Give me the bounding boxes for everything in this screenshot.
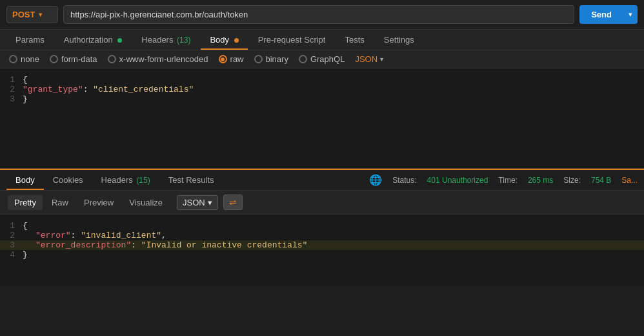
req-line-1: 1 { (0, 75, 644, 85)
send-button-wrapper: Send ▾ (579, 5, 638, 24)
tab-settings[interactable]: Settings (375, 30, 423, 50)
time-value: 265 ms (528, 176, 553, 185)
req-line-2: 2 "grant_type": "client_credentials" (0, 85, 644, 94)
resp-line-2: 2 "error": "invalid_client", (0, 231, 644, 240)
tab-headers[interactable]: Headers (13) (132, 30, 199, 50)
json-dropdown-arrow-icon: ▾ (380, 56, 383, 63)
response-code-viewer: 1 { 2 "error": "invalid_client", 3 "erro… (0, 215, 644, 286)
resp-line-3: 3 "error_description": "Invalid or inact… (0, 240, 644, 250)
status-value: 401 Unauthorized (427, 176, 488, 185)
resp-tab-headers[interactable]: Headers (15) (92, 170, 159, 190)
resp-format-raw[interactable]: Raw (45, 195, 75, 210)
url-input[interactable] (63, 5, 574, 24)
json-format-dropdown[interactable]: JSON ▾ (355, 54, 383, 64)
radio-none (9, 55, 17, 63)
wrap-button[interactable]: ⇌ (223, 194, 243, 210)
resp-line-1: 1 { (0, 221, 644, 231)
resp-format-pretty[interactable]: Pretty (8, 195, 43, 210)
tab-body[interactable]: Body (201, 30, 247, 50)
resp-json-dropdown-arrow-icon: ▾ (208, 198, 212, 207)
resp-format-preview[interactable]: Preview (77, 195, 120, 210)
body-dot (234, 38, 239, 43)
body-type-form-data[interactable]: form-data (50, 54, 97, 64)
method-dropdown-arrow-icon: ▾ (39, 11, 42, 18)
req-line-3: 3 } (0, 94, 644, 104)
resp-json-selector[interactable]: JSON ▾ (177, 195, 218, 210)
response-status-bar: 🌐 Status: 401 Unauthorized Time: 265 ms … (369, 171, 638, 189)
headers-badge: (13) (177, 36, 190, 45)
request-tabs: Params Authorization Headers (13) Body P… (0, 30, 644, 50)
tab-params[interactable]: Params (6, 30, 54, 50)
response-tabs-bar: Body Cookies Headers (15) Test Results 🌐… (0, 169, 644, 191)
authorization-dot (117, 38, 122, 43)
resp-headers-badge: (15) (136, 176, 150, 185)
resp-line-4: 4 } (0, 250, 644, 260)
radio-graphql (299, 55, 307, 63)
method-label: POST (12, 10, 35, 19)
save-label: Sa... (621, 176, 638, 185)
tab-pre-request[interactable]: Pre-request Script (249, 30, 335, 50)
response-format-bar: Pretty Raw Preview Visualize JSON ▾ ⇌ (0, 191, 644, 215)
send-dropdown-button[interactable]: ▾ (623, 5, 638, 24)
method-selector[interactable]: POST ▾ (6, 6, 58, 23)
body-type-raw[interactable]: raw (219, 54, 244, 64)
top-bar: POST ▾ Send ▾ (0, 0, 644, 30)
resp-tab-cookies[interactable]: Cookies (44, 170, 92, 190)
resp-format-visualize[interactable]: Visualize (123, 195, 169, 210)
tab-tests[interactable]: Tests (336, 30, 373, 50)
body-type-none[interactable]: none (9, 54, 39, 64)
body-type-bar: none form-data x-www-form-urlencoded raw… (0, 50, 644, 68)
radio-form-data (50, 55, 58, 63)
body-type-urlencoded[interactable]: x-www-form-urlencoded (108, 54, 208, 64)
radio-binary (254, 55, 263, 63)
resp-tab-test-results[interactable]: Test Results (159, 170, 223, 190)
globe-icon: 🌐 (369, 174, 382, 186)
radio-raw (219, 55, 227, 63)
tab-authorization[interactable]: Authorization (55, 30, 132, 50)
body-type-graphql[interactable]: GraphQL (299, 54, 345, 64)
size-value: 754 B (591, 176, 611, 185)
body-type-binary[interactable]: binary (254, 54, 288, 64)
radio-urlencoded (108, 55, 116, 63)
send-button[interactable]: Send (579, 5, 623, 24)
resp-tab-body[interactable]: Body (6, 170, 44, 190)
request-code-editor[interactable]: 1 { 2 "grant_type": "client_credentials"… (0, 68, 644, 169)
